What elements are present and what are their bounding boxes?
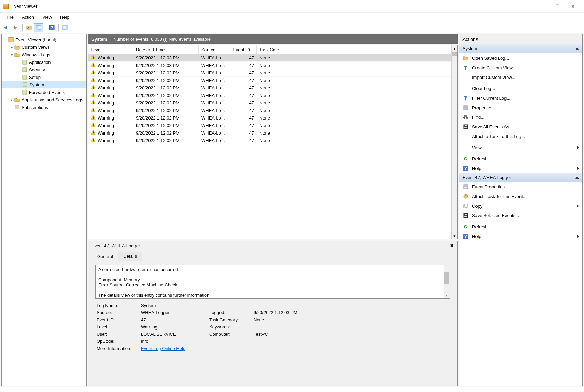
event-grid[interactable]: Level Date and Time Source Event ID Task…	[88, 45, 458, 239]
scroll-up-icon[interactable]: ▲	[452, 45, 457, 52]
svg-rect-9	[9, 37, 13, 42]
event-scrollbar[interactable]: ▲ ▼	[451, 45, 457, 239]
action-create-custom-view[interactable]: Create Custom View...	[459, 63, 582, 72]
action-section-system[interactable]: System	[459, 44, 582, 53]
scroll-up-icon[interactable]: ˄	[446, 265, 448, 269]
folder-icon	[14, 52, 20, 57]
close-button[interactable]: ✕	[565, 1, 581, 12]
action-save-selected[interactable]: Save Selected Events...	[459, 211, 582, 220]
tree-subscriptions[interactable]: Subscriptions	[2, 103, 86, 111]
maximize-button[interactable]: ☐	[550, 1, 565, 12]
action-refresh[interactable]: Refresh	[459, 154, 582, 164]
action-filter-log[interactable]: Filter Current Log...	[459, 93, 582, 103]
event-row[interactable]: Warning9/20/2022 1:12:02 PMWHEA-Lo...47N…	[88, 84, 451, 92]
section-label: Event 47, WHEA-Logger	[462, 175, 511, 180]
tree-security[interactable]: Security	[2, 66, 86, 73]
action-help[interactable]: ?Help	[459, 164, 582, 173]
properties-icon	[462, 184, 469, 190]
action-section-event[interactable]: Event 47, WHEA-Logger	[459, 173, 582, 182]
tree-forwarded[interactable]: Forwarded Events	[2, 88, 86, 96]
scroll-thumb[interactable]	[452, 52, 457, 56]
collapse-icon[interactable]: ▾	[9, 53, 14, 57]
show-hide-action-pane-button[interactable]	[61, 23, 70, 32]
column-source[interactable]: Source	[199, 45, 230, 54]
cell-source: WHEA-Lo...	[199, 130, 230, 136]
event-row[interactable]: Warning9/20/2022 1:12:02 PMWHEA-Lo...47N…	[88, 137, 451, 144]
menu-view[interactable]: View	[38, 13, 56, 21]
cell-source: WHEA-Lo...	[199, 93, 230, 98]
action-copy[interactable]: Copy	[459, 201, 582, 211]
tree-system[interactable]: System	[2, 81, 86, 88]
label-keywords: Keywords:	[209, 324, 254, 330]
action-find[interactable]: Find...	[459, 112, 582, 122]
event-row[interactable]: Warning9/20/2022 1:12:02 PMWHEA-Lo...47N…	[88, 129, 451, 137]
action-help-event[interactable]: ?Help	[459, 232, 582, 241]
tree-custom-views[interactable]: ▸ Custom Views	[2, 43, 86, 51]
action-import-custom-view[interactable]: Import Custom View...	[459, 72, 582, 82]
event-row[interactable]: Warning9/20/2022 1:12:02 PMWHEA-Lo...47N…	[88, 122, 451, 129]
properties-button[interactable]	[34, 23, 43, 32]
cell-task: None	[257, 130, 287, 136]
svg-text:?: ?	[51, 25, 53, 30]
event-row[interactable]: Warning9/20/2022 1:12:02 PMWHEA-Lo...47N…	[88, 107, 451, 114]
action-open-saved-log[interactable]: Open Saved Log...	[459, 53, 582, 63]
menu-file[interactable]: File	[2, 13, 18, 21]
warning-icon	[91, 78, 96, 83]
svg-rect-14	[23, 90, 27, 94]
expand-icon[interactable]: ▸	[9, 45, 14, 49]
cell-task: None	[257, 108, 287, 113]
event-row[interactable]: Warning9/20/2022 1:12:02 PMWHEA-Lo...47N…	[88, 92, 451, 99]
forward-button[interactable]	[11, 23, 20, 32]
tab-details[interactable]: Details	[118, 252, 142, 261]
menu-action[interactable]: Action	[18, 13, 38, 21]
tree-apps-services[interactable]: ▸ Applications and Services Logs	[2, 96, 86, 103]
tree-setup[interactable]: Setup	[2, 73, 86, 81]
action-clear-log[interactable]: Clear Log...	[459, 84, 582, 93]
column-level[interactable]: Level	[88, 45, 133, 54]
subscriptions-icon	[14, 104, 20, 110]
event-row[interactable]: Warning9/20/2022 1:12:03 PMWHEA-Lo...47N…	[88, 54, 451, 62]
submenu-arrow-icon	[577, 146, 579, 149]
scroll-down-icon[interactable]: ▼	[452, 233, 457, 239]
column-task[interactable]: Task Cate...	[257, 45, 287, 54]
event-row[interactable]: Warning9/20/2022 1:12:02 PMWHEA-Lo...47N…	[88, 99, 451, 107]
label-logname: Log Name:	[97, 303, 141, 308]
help-button[interactable]: ?	[47, 23, 56, 32]
scroll-down-icon[interactable]: ˅	[446, 295, 448, 298]
column-date[interactable]: Date and Time	[133, 45, 199, 54]
event-row[interactable]: Warning9/20/2022 1:12:03 PMWHEA-Lo...47N…	[88, 62, 451, 69]
help-link[interactable]: Event Log Online Help	[141, 346, 185, 351]
tree-application[interactable]: Application	[2, 58, 86, 66]
action-properties[interactable]: Properties	[459, 103, 582, 112]
svg-rect-73	[465, 204, 467, 207]
scroll-thumb[interactable]	[444, 272, 449, 284]
collapse-icon	[575, 48, 579, 50]
minimize-button[interactable]: —	[534, 1, 550, 12]
refresh-icon	[462, 224, 469, 230]
expand-icon[interactable]: ▸	[9, 98, 14, 102]
action-refresh-event[interactable]: Refresh	[459, 222, 582, 232]
event-row[interactable]: Warning9/20/2022 1:12:02 PMWHEA-Lo...47N…	[88, 114, 451, 122]
column-eventid[interactable]: Event ID	[230, 45, 257, 54]
cell-task: None	[257, 123, 287, 128]
event-description[interactable]: A corrected hardware error has occurred.…	[95, 265, 450, 299]
action-event-properties[interactable]: Event Properties	[459, 182, 582, 192]
description-scrollbar[interactable]: ˄ ˅	[444, 265, 450, 298]
detail-close-button[interactable]: ✕	[450, 242, 454, 249]
action-save-all[interactable]: Save All Events As...	[459, 122, 582, 131]
action-view[interactable]: View	[459, 143, 582, 152]
cell-date: 9/20/2022 1:12:02 PM	[133, 78, 199, 83]
event-row[interactable]: Warning9/20/2022 1:12:02 PMWHEA-Lo...47N…	[88, 69, 451, 77]
show-hide-tree-button[interactable]	[25, 23, 33, 32]
navigation-tree[interactable]: Event Viewer (Local) ▸ Custom Views ▾ Wi…	[1, 34, 87, 386]
action-attach-task-log[interactable]: Attach a Task To this Log...	[459, 131, 582, 141]
tree-root[interactable]: Event Viewer (Local)	[2, 36, 86, 43]
menu-help[interactable]: Help	[56, 13, 73, 21]
action-attach-task-event[interactable]: Attach Task To This Event...	[459, 192, 582, 201]
back-button[interactable]	[2, 23, 11, 32]
label-computer: Computer:	[209, 332, 254, 337]
tab-general[interactable]: General	[92, 252, 118, 261]
tree-windows-logs[interactable]: ▾ Windows Logs	[2, 51, 86, 58]
event-row[interactable]: Warning9/20/2022 1:12:02 PMWHEA-Lo...47N…	[88, 77, 451, 84]
refresh-icon	[462, 156, 469, 162]
